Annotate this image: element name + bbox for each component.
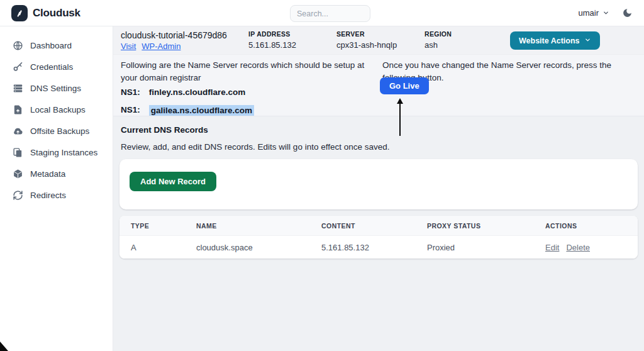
region-label: REGION <box>425 30 452 38</box>
column-header-name: NAME <box>196 222 321 230</box>
sidebar-item-label: Credentials <box>30 62 73 72</box>
add-new-record-button[interactable]: Add New Record <box>130 172 216 191</box>
file-upload-icon <box>13 104 23 115</box>
column-header-content: CONTENT <box>321 222 427 230</box>
delete-record-link[interactable]: Delete <box>566 243 590 252</box>
go-live-button[interactable]: Go Live <box>380 77 429 94</box>
region-block: REGION ash <box>425 30 452 50</box>
ip-address-label: IP ADDRESS <box>248 30 296 38</box>
chevron-down-icon <box>584 36 591 45</box>
top-header: Cloudusk umair <box>0 0 644 26</box>
sidebar-item-dns-settings[interactable]: DNS Settings <box>0 77 113 99</box>
main-content: cloudusk-tutorial-45679d86 Visit WP-Admi… <box>113 26 644 351</box>
ns-record-label: NS1: <box>121 87 140 97</box>
sidebar-item-metadata[interactable]: Metadata <box>0 163 113 184</box>
brand-name: Cloudusk <box>33 7 80 20</box>
chevron-down-icon <box>602 8 609 19</box>
visit-link[interactable]: Visit <box>121 42 136 51</box>
sidebar-item-label: Metadata <box>30 169 65 179</box>
user-name: umair <box>578 8 599 18</box>
website-actions-button[interactable]: Website Actions <box>510 31 600 50</box>
ns-record-value-highlighted: galilea.ns.cloudflare.com <box>149 105 254 116</box>
sidebar-item-label: Local Backups <box>30 105 86 114</box>
dns-records-section: Current DNS Records Review, add, and edi… <box>113 125 644 259</box>
cloud-upload-icon <box>13 126 23 136</box>
column-header-actions: ACTIONS <box>545 222 638 230</box>
sidebar-item-label: Staging Instances <box>30 148 97 157</box>
sidebar-item-credentials[interactable]: Credentials <box>0 56 113 77</box>
wp-admin-link[interactable]: WP-Admin <box>142 42 180 51</box>
ns-record-label: NS1: <box>121 105 140 116</box>
edit-record-link[interactable]: Edit <box>545 243 559 252</box>
sidebar-item-offsite-backups[interactable]: Offsite Backups <box>0 120 113 142</box>
key-icon <box>13 62 23 72</box>
record-name-cell: cloudusk.space <box>196 243 321 252</box>
site-links: Visit WP-Admin <box>121 42 180 51</box>
site-name: cloudusk-tutorial-45679d86 <box>121 30 227 40</box>
cube-icon <box>13 169 23 179</box>
table-row: A cloudusk.space 5.161.85.132 Proxied Ed… <box>119 235 638 259</box>
column-header-type: TYPE <box>131 222 196 230</box>
ns-record-value: finley.ns.cloudflare.com <box>149 87 246 97</box>
column-header-proxy-status: PROXY STATUS <box>427 222 545 230</box>
moon-icon[interactable] <box>622 8 633 18</box>
nameserver-section: Following are the Name Server records wh… <box>113 55 644 116</box>
region-value: ash <box>425 40 452 50</box>
app-window: Cloudusk umair Dashboard <box>0 0 644 351</box>
nameserver-instructions: Following are the Name Server records wh… <box>121 59 382 85</box>
ip-address-block: IP ADDRESS 5.161.85.132 <box>248 30 296 50</box>
site-info-bar: cloudusk-tutorial-45679d86 Visit WP-Admi… <box>113 26 644 55</box>
cloudusk-logo-icon <box>11 5 28 21</box>
ns-record-1: NS1: finley.ns.cloudflare.com <box>121 87 245 97</box>
sidebar-item-label: Dashboard <box>30 41 72 50</box>
sidebar: Dashboard Credentials DNS Settings Local… <box>0 26 113 351</box>
sidebar-item-redirects[interactable]: Redirects <box>0 184 113 206</box>
brand-logo: Cloudusk <box>11 5 80 21</box>
server-block: SERVER cpx31-ash-hnqlp <box>336 30 397 50</box>
sidebar-item-local-backups[interactable]: Local Backups <box>0 99 113 120</box>
sidebar-item-label: Offsite Backups <box>30 126 89 136</box>
search-container <box>290 5 370 22</box>
sidebar-item-label: DNS Settings <box>30 84 81 93</box>
dns-records-heading: Current DNS Records <box>121 125 644 135</box>
record-proxy-status-cell: Proxied <box>427 243 545 252</box>
header-right: umair <box>578 8 633 19</box>
sidebar-item-label: Redirects <box>30 191 66 200</box>
server-stack-icon <box>13 83 23 94</box>
globe-dashboard-icon <box>13 40 23 51</box>
user-menu[interactable]: umair <box>578 8 609 19</box>
record-type-cell: A <box>131 243 196 252</box>
dns-records-table: TYPE NAME CONTENT PROXY STATUS ACTIONS A… <box>119 216 638 259</box>
add-record-card: Add New Record <box>119 159 638 209</box>
ns-record-2: NS1: galilea.ns.cloudflare.com <box>121 105 254 116</box>
ip-address-value: 5.161.85.132 <box>248 40 296 50</box>
search-input[interactable] <box>290 5 370 22</box>
server-value: cpx31-ash-hnqlp <box>336 40 397 50</box>
table-header-row: TYPE NAME CONTENT PROXY STATUS ACTIONS <box>119 216 638 235</box>
copy-documents-icon <box>13 147 23 158</box>
sidebar-item-dashboard[interactable]: Dashboard <box>0 35 113 56</box>
dns-records-description: Review, add, and edit DNS records. Edits… <box>121 142 644 152</box>
server-label: SERVER <box>336 30 397 38</box>
record-actions-cell: Edit Delete <box>545 243 638 252</box>
sidebar-item-staging-instances[interactable]: Staging Instances <box>0 142 113 163</box>
website-actions-label: Website Actions <box>519 36 580 45</box>
refresh-arrows-icon <box>13 190 23 201</box>
record-content-cell: 5.161.85.132 <box>321 243 427 252</box>
